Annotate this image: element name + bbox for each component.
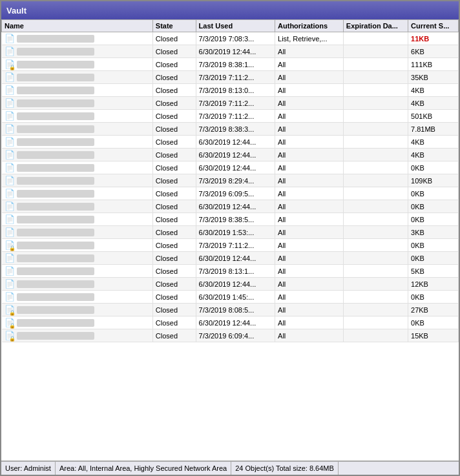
cell-expiry: [343, 265, 408, 278]
doc-icon: 📄: [5, 176, 15, 185]
cell-state: Closed: [152, 71, 196, 84]
doc-icon: 📄🔒: [5, 331, 15, 341]
cell-name: 📄🔒: [2, 58, 153, 71]
table-row[interactable]: 📄Closed6/30/2019 1:53:...All3KB: [2, 226, 459, 239]
row-name-blur: [17, 306, 94, 314]
table-body: 📄Closed7/3/2019 7:08:3...List, Retrieve,…: [2, 32, 459, 342]
cell-name: 📄🔒: [2, 316, 153, 329]
table-row[interactable]: 📄Closed6/30/2019 1:45:...All0KB: [2, 291, 459, 304]
cell-auth: All: [275, 187, 344, 200]
row-name-blur: [17, 151, 94, 159]
row-name-blur: [17, 125, 94, 133]
cell-name: 📄: [2, 123, 153, 136]
cell-size: 0KB: [408, 239, 459, 252]
table-row[interactable]: 📄🔒Closed7/3/2019 7:11:2...All0KB: [2, 239, 459, 252]
status-user: User: Administ: [1, 462, 56, 475]
cell-lastused: 6/30/2019 12:44...: [196, 136, 275, 149]
cell-expiry: [343, 123, 408, 136]
table-row[interactable]: 📄Closed7/3/2019 8:13:1...All5KB: [2, 265, 459, 278]
cell-expiry: [343, 291, 408, 304]
row-name-blur: [17, 87, 94, 94]
col-header-expiry[interactable]: Expiration Da...: [343, 20, 408, 32]
row-name-blur: [17, 112, 94, 120]
col-header-size[interactable]: Current S...: [408, 20, 459, 32]
table-row[interactable]: 📄Closed7/3/2019 7:11:2...All35KB: [2, 71, 459, 84]
cell-state: Closed: [152, 161, 196, 174]
table-row[interactable]: 📄Closed6/30/2019 12:44...All4KB: [2, 136, 459, 149]
cell-expiry: [343, 213, 408, 226]
cell-name: 📄🔒: [2, 239, 153, 252]
table-row[interactable]: 📄Closed6/30/2019 12:44...All12KB: [2, 278, 459, 291]
cell-expiry: [343, 58, 408, 71]
cell-state: Closed: [152, 278, 196, 291]
col-header-auth[interactable]: Authorizations: [275, 20, 344, 32]
table-row[interactable]: 📄Closed7/3/2019 7:08:3...List, Retrieve,…: [2, 32, 459, 45]
cell-expiry: [343, 187, 408, 200]
table-row[interactable]: 📄Closed6/30/2019 12:44...All0KB: [2, 252, 459, 265]
table-row[interactable]: 📄🔒Closed7/3/2019 6:09:4...All15KB: [2, 329, 459, 342]
cell-auth: All: [275, 265, 344, 278]
table-row[interactable]: 📄Closed6/30/2019 12:44...All4KB: [2, 149, 459, 161]
cell-auth: All: [275, 174, 344, 187]
cell-state: Closed: [152, 316, 196, 329]
table-row[interactable]: 📄Closed7/3/2019 8:29:4...All109KB: [2, 174, 459, 187]
table-row[interactable]: 📄Closed7/3/2019 6:09:5...All0KB: [2, 187, 459, 200]
table-row[interactable]: 📄🔒Closed7/3/2019 8:38:1...All111KB: [2, 58, 459, 71]
cell-name: 📄: [2, 84, 153, 97]
cell-lastused: 7/3/2019 8:38:3...: [196, 123, 275, 136]
cell-auth: All: [275, 149, 344, 161]
cell-name: 📄: [2, 174, 153, 187]
table-row[interactable]: 📄Closed6/30/2019 12:44...All6KB: [2, 45, 459, 58]
table-row[interactable]: 📄Closed7/3/2019 8:38:5...All0KB: [2, 213, 459, 226]
cell-auth: All: [275, 97, 344, 110]
doc-icon: 📄🔒: [5, 59, 15, 70]
cell-lastused: 6/30/2019 1:45:...: [196, 291, 275, 304]
cell-size: 0KB: [408, 200, 459, 213]
cell-lastused: 6/30/2019 12:44...: [196, 149, 275, 161]
doc-icon: 📄: [5, 254, 15, 262]
cell-auth: All: [275, 110, 344, 123]
doc-icon: 📄: [5, 138, 15, 146]
cell-name: 📄: [2, 136, 153, 149]
table-row[interactable]: 📄Closed7/3/2019 7:11:2...All501KB: [2, 110, 459, 123]
table-row[interactable]: 📄🔒Closed6/30/2019 12:44...All0KB: [2, 316, 459, 329]
cell-expiry: [343, 252, 408, 265]
cell-name: 📄: [2, 110, 153, 123]
row-name-blur: [17, 61, 94, 68]
cell-auth: All: [275, 239, 344, 252]
cell-name: 📄: [2, 200, 153, 213]
row-name-blur: [17, 332, 94, 340]
cell-auth: All: [275, 200, 344, 213]
table-row[interactable]: 📄Closed7/3/2019 8:13:0...All4KB: [2, 84, 459, 97]
cell-state: Closed: [152, 45, 196, 58]
window-title: Vault: [6, 6, 26, 16]
table-row[interactable]: 📄Closed7/3/2019 8:38:3...All7.81MB: [2, 123, 459, 136]
cell-size: 7.81MB: [408, 123, 459, 136]
cell-state: Closed: [152, 97, 196, 110]
table-row[interactable]: 📄Closed6/30/2019 12:44...All0KB: [2, 200, 459, 213]
cell-size: 11KB: [408, 32, 459, 45]
doc-icon: 📄: [5, 125, 15, 133]
col-header-lastused[interactable]: Last Used: [196, 20, 275, 32]
cell-lastused: 7/3/2019 7:08:3...: [196, 32, 275, 45]
cell-expiry: [343, 45, 408, 58]
cell-auth: All: [275, 226, 344, 239]
table-row[interactable]: 📄Closed7/3/2019 7:11:2...All4KB: [2, 97, 459, 110]
doc-icon: 📄: [5, 112, 15, 120]
table-container[interactable]: Name State Last Used Authorizations Expi…: [1, 19, 459, 460]
col-header-name[interactable]: Name: [2, 20, 153, 32]
cell-lastused: 7/3/2019 8:13:0...: [196, 84, 275, 97]
cell-lastused: 7/3/2019 7:11:2...: [196, 239, 275, 252]
cell-lastused: 7/3/2019 8:08:5...: [196, 304, 275, 316]
table-row[interactable]: 📄🔒Closed7/3/2019 8:08:5...All27KB: [2, 304, 459, 316]
cell-expiry: [343, 329, 408, 342]
cell-auth: All: [275, 291, 344, 304]
cell-expiry: [343, 110, 408, 123]
row-name-blur: [17, 190, 94, 198]
table-row[interactable]: 📄Closed6/30/2019 12:44...All0KB: [2, 161, 459, 174]
cell-name: 📄🔒: [2, 304, 153, 316]
cell-state: Closed: [152, 32, 196, 45]
row-name-blur: [17, 74, 94, 81]
col-header-state[interactable]: State: [152, 20, 196, 32]
cell-state: Closed: [152, 149, 196, 161]
